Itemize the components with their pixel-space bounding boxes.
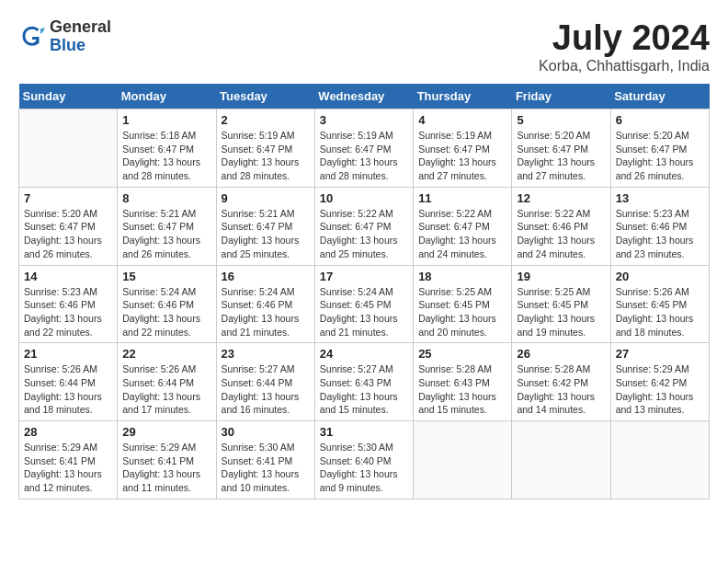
calendar-cell: 4Sunrise: 5:19 AM Sunset: 6:47 PM Daylig… (414, 109, 512, 188)
calendar-cell: 29Sunrise: 5:29 AM Sunset: 6:41 PM Dayli… (118, 421, 216, 500)
calendar-cell: 16Sunrise: 5:24 AM Sunset: 6:46 PM Dayli… (216, 265, 314, 343)
day-info: Sunrise: 5:26 AM Sunset: 6:44 PM Dayligh… (24, 362, 112, 417)
logo-blue: Blue (50, 37, 111, 55)
day-number: 2 (222, 113, 310, 127)
calendar-cell: 18Sunrise: 5:25 AM Sunset: 6:45 PM Dayli… (414, 265, 512, 343)
day-number: 9 (222, 191, 310, 205)
day-info: Sunrise: 5:22 AM Sunset: 6:47 PM Dayligh… (320, 207, 408, 261)
day-info: Sunrise: 5:24 AM Sunset: 6:46 PM Dayligh… (222, 285, 310, 339)
calendar-cell (19, 109, 118, 188)
day-number: 12 (517, 191, 605, 205)
location: Korba, Chhattisgarh, India (539, 58, 710, 75)
calendar-cell: 21Sunrise: 5:26 AM Sunset: 6:44 PM Dayli… (19, 343, 118, 421)
week-row-4: 21Sunrise: 5:26 AM Sunset: 6:44 PM Dayli… (19, 343, 710, 421)
day-number: 28 (24, 425, 112, 439)
calendar-cell: 13Sunrise: 5:23 AM Sunset: 6:46 PM Dayli… (610, 187, 709, 265)
calendar-cell: 19Sunrise: 5:25 AM Sunset: 6:45 PM Dayli… (512, 265, 610, 343)
calendar-cell: 28Sunrise: 5:29 AM Sunset: 6:41 PM Dayli… (19, 421, 118, 500)
day-number: 11 (418, 191, 506, 205)
logo-text: General Blue (50, 18, 111, 55)
day-info: Sunrise: 5:23 AM Sunset: 6:46 PM Dayligh… (616, 207, 704, 261)
generalblue-logo-icon (18, 23, 46, 51)
logo-general: General (50, 18, 111, 37)
day-number: 10 (320, 191, 408, 205)
calendar-cell: 26Sunrise: 5:28 AM Sunset: 6:42 PM Dayli… (512, 343, 610, 421)
calendar-table: SundayMondayTuesdayWednesdayThursdayFrid… (18, 84, 710, 500)
day-info: Sunrise: 5:28 AM Sunset: 6:43 PM Dayligh… (418, 362, 506, 417)
calendar-cell (414, 421, 512, 500)
calendar-cell: 31Sunrise: 5:30 AM Sunset: 6:40 PM Dayli… (314, 421, 413, 500)
calendar-body: 1Sunrise: 5:18 AM Sunset: 6:47 PM Daylig… (19, 109, 710, 500)
title-area: July 2024 Korba, Chhattisgarh, India (539, 18, 710, 75)
day-number: 16 (222, 270, 310, 283)
day-number: 31 (320, 425, 408, 439)
logo: General Blue (18, 18, 111, 55)
calendar-cell: 8Sunrise: 5:21 AM Sunset: 6:47 PM Daylig… (118, 187, 216, 265)
day-info: Sunrise: 5:22 AM Sunset: 6:46 PM Dayligh… (517, 207, 605, 261)
day-number: 6 (616, 113, 704, 127)
calendar-cell: 11Sunrise: 5:22 AM Sunset: 6:47 PM Dayli… (414, 187, 512, 265)
calendar-cell: 24Sunrise: 5:27 AM Sunset: 6:43 PM Dayli… (314, 343, 413, 421)
day-number: 1 (122, 113, 210, 127)
day-info: Sunrise: 5:30 AM Sunset: 6:41 PM Dayligh… (222, 441, 310, 495)
calendar-cell: 30Sunrise: 5:30 AM Sunset: 6:41 PM Dayli… (216, 421, 314, 500)
day-info: Sunrise: 5:23 AM Sunset: 6:46 PM Dayligh… (24, 285, 112, 339)
calendar-cell: 25Sunrise: 5:28 AM Sunset: 6:43 PM Dayli… (414, 343, 512, 421)
day-number: 15 (122, 270, 210, 283)
day-number: 24 (320, 347, 408, 361)
calendar-cell: 7Sunrise: 5:20 AM Sunset: 6:47 PM Daylig… (19, 187, 118, 265)
calendar-cell: 20Sunrise: 5:26 AM Sunset: 6:45 PM Dayli… (610, 265, 709, 343)
weekday-header-tuesday: Tuesday (216, 84, 314, 109)
day-info: Sunrise: 5:26 AM Sunset: 6:44 PM Dayligh… (122, 362, 210, 417)
weekday-header-sunday: Sunday (19, 84, 118, 109)
calendar-cell: 9Sunrise: 5:21 AM Sunset: 6:47 PM Daylig… (216, 187, 314, 265)
calendar-cell: 15Sunrise: 5:24 AM Sunset: 6:46 PM Dayli… (118, 265, 216, 343)
day-number: 21 (24, 347, 112, 361)
week-row-2: 7Sunrise: 5:20 AM Sunset: 6:47 PM Daylig… (19, 187, 710, 265)
day-number: 17 (320, 270, 408, 283)
day-info: Sunrise: 5:30 AM Sunset: 6:40 PM Dayligh… (320, 441, 408, 495)
day-info: Sunrise: 5:29 AM Sunset: 6:41 PM Dayligh… (24, 441, 112, 495)
calendar-cell: 5Sunrise: 5:20 AM Sunset: 6:47 PM Daylig… (512, 109, 610, 188)
calendar-cell: 10Sunrise: 5:22 AM Sunset: 6:47 PM Dayli… (314, 187, 413, 265)
day-info: Sunrise: 5:28 AM Sunset: 6:42 PM Dayligh… (517, 362, 605, 417)
day-info: Sunrise: 5:19 AM Sunset: 6:47 PM Dayligh… (418, 129, 506, 183)
day-number: 19 (517, 270, 605, 283)
day-info: Sunrise: 5:24 AM Sunset: 6:45 PM Dayligh… (320, 285, 408, 339)
day-number: 14 (24, 270, 112, 283)
day-info: Sunrise: 5:20 AM Sunset: 6:47 PM Dayligh… (517, 129, 605, 183)
day-info: Sunrise: 5:20 AM Sunset: 6:47 PM Dayligh… (616, 129, 704, 183)
day-number: 26 (517, 347, 605, 361)
calendar-cell: 12Sunrise: 5:22 AM Sunset: 6:46 PM Dayli… (512, 187, 610, 265)
day-number: 22 (122, 347, 210, 361)
calendar-cell: 2Sunrise: 5:19 AM Sunset: 6:47 PM Daylig… (216, 109, 314, 188)
weekday-header-thursday: Thursday (414, 84, 512, 109)
calendar-cell: 6Sunrise: 5:20 AM Sunset: 6:47 PM Daylig… (610, 109, 709, 188)
week-row-3: 14Sunrise: 5:23 AM Sunset: 6:46 PM Dayli… (19, 265, 710, 343)
weekday-header-friday: Friday (512, 84, 610, 109)
day-number: 13 (616, 191, 704, 205)
day-number: 3 (320, 113, 408, 127)
day-info: Sunrise: 5:25 AM Sunset: 6:45 PM Dayligh… (517, 285, 605, 339)
weekday-header-row: SundayMondayTuesdayWednesdayThursdayFrid… (19, 84, 710, 109)
weekday-header-saturday: Saturday (610, 84, 709, 109)
calendar-cell: 23Sunrise: 5:27 AM Sunset: 6:44 PM Dayli… (216, 343, 314, 421)
day-info: Sunrise: 5:21 AM Sunset: 6:47 PM Dayligh… (222, 207, 310, 261)
day-number: 29 (122, 425, 210, 439)
calendar-cell: 3Sunrise: 5:19 AM Sunset: 6:47 PM Daylig… (314, 109, 413, 188)
day-number: 8 (122, 191, 210, 205)
day-info: Sunrise: 5:25 AM Sunset: 6:45 PM Dayligh… (418, 285, 506, 339)
header: General Blue July 2024 Korba, Chhattisga… (18, 18, 710, 75)
day-info: Sunrise: 5:18 AM Sunset: 6:47 PM Dayligh… (122, 129, 210, 183)
calendar-cell (610, 421, 709, 500)
calendar-cell: 22Sunrise: 5:26 AM Sunset: 6:44 PM Dayli… (118, 343, 216, 421)
day-number: 18 (418, 270, 506, 283)
day-info: Sunrise: 5:19 AM Sunset: 6:47 PM Dayligh… (320, 129, 408, 183)
day-info: Sunrise: 5:27 AM Sunset: 6:44 PM Dayligh… (222, 362, 310, 417)
day-number: 5 (517, 113, 605, 127)
calendar-cell: 17Sunrise: 5:24 AM Sunset: 6:45 PM Dayli… (314, 265, 413, 343)
day-number: 27 (616, 347, 704, 361)
calendar-cell: 27Sunrise: 5:29 AM Sunset: 6:42 PM Dayli… (610, 343, 709, 421)
day-info: Sunrise: 5:29 AM Sunset: 6:41 PM Dayligh… (122, 441, 210, 495)
day-info: Sunrise: 5:26 AM Sunset: 6:45 PM Dayligh… (616, 285, 704, 339)
